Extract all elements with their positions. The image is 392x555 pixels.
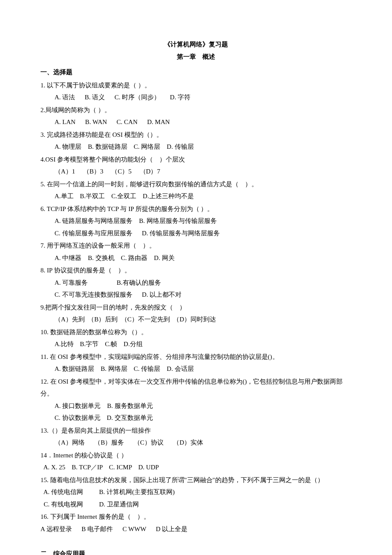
- question-14: 14．Internet 的核心协议是（ ） A. X. 25 B. TCP／IP…: [40, 449, 352, 474]
- q-stem: 9.把两个报文发往同一目的地时，先发的报文（ ）: [40, 301, 352, 314]
- q-options: C. 协议数据单元 D. 交互数据单元: [40, 412, 352, 424]
- question-13: 13.（）是各层向其上层提供的一组操作 （A）网络 （B）服务 （C）协议 （D…: [40, 425, 352, 449]
- q-options: A. 数据链路层 B. 网络层 C. 传输层 D. 会话层: [40, 363, 352, 375]
- q-options: A. 中继器 B. 交换机 C. 路由器 D. 网关: [40, 252, 352, 264]
- q-options: A. 物理层 B. 数据链路层 C. 网络层 D. 传输层: [40, 141, 352, 153]
- q-options: C. 有线电视网 D. 卫星通信网: [40, 498, 352, 511]
- q-options: A. 传统电信网 B. 计算机网(主要指互联网): [40, 486, 352, 498]
- q-options: （A）1 （B）3 （C）5 （D）7: [40, 165, 352, 178]
- question-8: 8. IP 协议提供的服务是（ ）。 A. 可靠服务 B.有确认的服务 C. 不…: [40, 264, 352, 301]
- question-12: 12. 在 OSI 参考模型中，对等实体在一次交互作用中传输的信息单位称为()，…: [40, 376, 352, 424]
- q-options: A 远程登录 B 电子邮件 C WWW D 以上全是: [40, 523, 352, 535]
- q-options: A. 接口数据单元 B. 服务数据单元: [40, 400, 352, 412]
- q-stem: 6. TCP/IP 体系结构中的 TCP 与 IP 所提供的服务分别为（ ）。: [40, 203, 352, 215]
- q-stem: 16. 下列属于 Internet 服务的是（ ）。: [40, 511, 352, 523]
- question-5: 5. 在同一个信道上的同一时刻，能够进行双向数据传输的通信方式是（ ）。 A.单…: [40, 178, 352, 202]
- q-stem: 12. 在 OSI 参考模型中，对等实体在一次交互作用中传输的信息单位称为()，…: [40, 376, 352, 400]
- q-options: A.单工 B.半双工 C.全双工 D.上述三种均不是: [40, 190, 352, 202]
- question-15: 15. 随着电信与信息技术的发展，国际上出现了所谓"三网融合"的趋势，下列不属于…: [40, 474, 352, 511]
- q-options: C. 传输层服务与应用层服务 D. 传输层服务与网络层服务: [40, 227, 352, 240]
- question-6: 6. TCP/IP 体系结构中的 TCP 与 IP 所提供的服务分别为（ ）。 …: [40, 203, 352, 240]
- question-1: 1. 以下不属于协议组成要素的是（ ）。 A. 语法 B. 语义 C. 时序（同…: [40, 79, 352, 104]
- section-2-heading: 二、综合应用题: [40, 548, 352, 555]
- chapter-title: 第一章 概述: [40, 51, 352, 63]
- q-options: （A）先到 （B）后到 （C）不一定先到 （D）同时到达: [40, 313, 352, 326]
- section-2: 二、综合应用题 1 计算机网络的发展可划分为几个阶段?每个阶段各有何特点? 2 …: [40, 548, 352, 555]
- question-2: 2.局域网的简称为（ ）。 A. LAN B. WAN C. CAN D. MA…: [40, 104, 352, 128]
- question-10: 10. 数据链路层的数据单位称为 （）。 A.比特 B.字节 C.帧 D.分组: [40, 326, 352, 350]
- question-3: 3. 完成路径选择功能是在 OSI 模型的（）。 A. 物理层 B. 数据链路层…: [40, 129, 352, 153]
- q-stem: 1. 以下不属于协议组成要素的是（ ）。: [40, 79, 352, 92]
- q-stem: 10. 数据链路层的数据单位称为 （）。: [40, 326, 352, 338]
- q-options: A.比特 B.字节 C.帧 D.分组: [40, 338, 352, 350]
- q-stem: 4.OSI 参考模型将整个网络的功能划分（ ）个层次: [40, 153, 352, 166]
- q-stem: 5. 在同一个信道上的同一时刻，能够进行双向数据传输的通信方式是（ ）。: [40, 178, 352, 191]
- q-options: A. 链路层服务与网络层服务 B. 网络层服务与传输层服务: [40, 215, 352, 227]
- q-options: （A）网络 （B）服务 （C）协议 （D）实体: [40, 436, 352, 449]
- q-stem: 13.（）是各层向其上层提供的一组操作: [40, 425, 352, 437]
- q-options: A. X. 25 B. TCP／IP C. ICMP D. UDP: [40, 461, 352, 474]
- q-stem: 2.局域网的简称为（ ）。: [40, 104, 352, 116]
- q-options: A. LAN B. WAN C. CAN D. MAN: [40, 116, 352, 128]
- q-stem: 3. 完成路径选择功能是在 OSI 模型的（）。: [40, 129, 352, 141]
- q-stem: 11. 在 OSI 参考模型中，实现端到端的应答、分组排序与流量控制功能的协议层…: [40, 351, 352, 363]
- q-options: A. 语法 B. 语义 C. 时序（同步） D. 字符: [40, 91, 352, 104]
- q-stem: 15. 随着电信与信息技术的发展，国际上出现了所谓"三网融合"的趋势，下列不属于…: [40, 474, 352, 486]
- q-stem: 7. 用于网络互连的设备一般采用（ ）。: [40, 240, 352, 252]
- question-4: 4.OSI 参考模型将整个网络的功能划分（ ）个层次 （A）1 （B）3 （C）…: [40, 153, 352, 178]
- question-7: 7. 用于网络互连的设备一般采用（ ）。 A. 中继器 B. 交换机 C. 路由…: [40, 240, 352, 264]
- q-options: A. 可靠服务 B.有确认的服务: [40, 277, 352, 289]
- q-stem: 8. IP 协议提供的服务是（ ）。: [40, 264, 352, 277]
- q-options: C. 不可靠无连接数据报服务 D. 以上都不对: [40, 289, 352, 301]
- question-16: 16. 下列属于 Internet 服务的是（ ）。 A 远程登录 B 电子邮件…: [40, 511, 352, 535]
- q-stem: 14．Internet 的核心协议是（ ）: [40, 449, 352, 462]
- doc-title: 《计算机网络》复习题: [40, 38, 352, 51]
- question-11: 11. 在 OSI 参考模型中，实现端到端的应答、分组排序与流量控制功能的协议层…: [40, 351, 352, 375]
- question-9: 9.把两个报文发往同一目的地时，先发的报文（ ） （A）先到 （B）后到 （C）…: [40, 301, 352, 326]
- section-1-heading: 一、选择题: [40, 66, 352, 78]
